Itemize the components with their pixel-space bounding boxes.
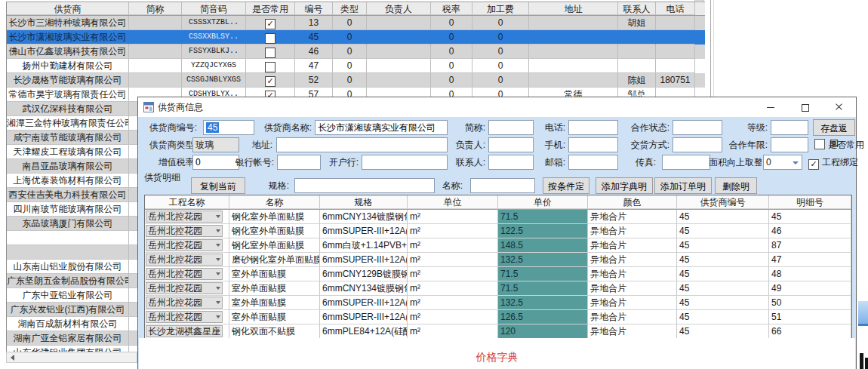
detail-cell-name[interactable]: 钢化室外单面贴膜 (229, 210, 320, 224)
cell-code[interactable]: YZZQJCYXGS (182, 59, 246, 73)
cell-fee[interactable]: 0 (472, 59, 529, 73)
detail-cell-spec[interactable]: 6mmSUPER-III+12A(硅... (320, 310, 408, 324)
cell-contact[interactable] (618, 59, 656, 73)
cell-id[interactable]: 47 (295, 59, 333, 73)
detail-cell-name[interactable]: 磨砂钢化室外单面贴膜 (229, 253, 320, 267)
supplier-row[interactable]: 天津耀皮工程玻璃有限公司 (7, 145, 138, 159)
project-select[interactable]: 长沙龙湖祺鑫星座 (146, 325, 223, 337)
column-header-contact[interactable]: 联系人 (618, 2, 656, 15)
spec-filter-input[interactable] (294, 178, 435, 193)
mobile-input[interactable] (568, 137, 618, 152)
cell-contact[interactable]: 胡姐 (618, 16, 656, 30)
detail-cell-name[interactable]: 室外单面贴膜 (229, 310, 320, 324)
detail-cell-unit[interactable]: m² (408, 210, 498, 224)
add-order-detail-button[interactable]: 添加订单明细 (654, 177, 712, 194)
bank-input[interactable] (362, 155, 448, 170)
detail-cell-color[interactable]: 异地合片 (588, 238, 677, 253)
column-header-id[interactable]: 编号 (295, 2, 333, 15)
scroll-left-icon[interactable] (11, 355, 14, 361)
detail-cell-detail_id[interactable]: 46 (769, 224, 851, 238)
checkbox-icon[interactable] (265, 48, 275, 58)
cell-manager[interactable] (367, 59, 431, 73)
cell-contact[interactable] (618, 45, 656, 59)
supplier-row[interactable]: 扬州中勤建材有限公司YZZQJCYXGS47000 (7, 59, 705, 73)
vat-rate-input[interactable] (192, 155, 239, 170)
detail-row[interactable]: 长沙龙湖祺鑫星座钢化双面不贴膜6mmPLE84+12A(硅酮胶...m²120异… (145, 324, 851, 339)
cell-address[interactable] (529, 73, 618, 88)
detail-cell-detail_id[interactable]: 51 (769, 310, 851, 324)
coop-years-input[interactable] (771, 137, 808, 152)
phone-input[interactable] (568, 120, 618, 135)
bank-account-input[interactable] (277, 155, 321, 170)
cell-supplier[interactable]: 长沙晟格节能玻璃有限公司 (7, 73, 129, 88)
checkbox-icon[interactable]: ✓ (265, 19, 275, 29)
cell-supplier[interactable] (7, 231, 129, 245)
column-header-type[interactable]: 类型 (333, 2, 367, 15)
cell-short_name[interactable] (129, 73, 182, 88)
detail-cell-supplier_id[interactable]: 45 (677, 210, 769, 224)
detail-row[interactable]: 岳州北控花园磨砂钢化室外单面贴膜6mmSUPER-III+12A(硅...m²1… (145, 253, 851, 267)
checkbox-icon[interactable]: ✓ (265, 76, 275, 87)
area-roundup-select[interactable]: 0 (763, 155, 802, 170)
detail-column-header-unit[interactable]: 单位 (408, 195, 498, 209)
cell-supplier[interactable]: 常德市昊宇玻璃有限责任公司 (7, 88, 129, 102)
detail-cell-name[interactable]: 钢化室外单面贴膜 (229, 224, 320, 238)
cell-phone[interactable]: 180751 (656, 73, 695, 88)
detail-cell-name[interactable]: 钢化室外单面贴膜 (229, 238, 320, 253)
detail-row[interactable]: 岳州北控花园钢化室外单面贴膜6mmSUPER-III+12A(硅...m²122… (145, 224, 851, 238)
supplier-row[interactable]: 武汉亿深科技有限公司 (7, 102, 138, 116)
delete-detail-button[interactable]: 删除明细 (715, 177, 757, 194)
detail-column-header-supplier_id[interactable]: 供货商编号 (677, 195, 769, 209)
cell-supplier[interactable]: 西安佳吉美电力科技有限公司 (7, 188, 129, 202)
detail-cell-spec[interactable]: 6mmSUPER-III+12A(硅... (320, 253, 408, 267)
cell-code[interactable]: FSSYXBLKJ.. (182, 45, 246, 59)
project-select[interactable]: 岳州北控花园 (146, 211, 223, 223)
detail-column-header-color[interactable]: 颜色 (588, 195, 677, 209)
cell-tax[interactable]: 0 (431, 59, 472, 73)
cell-type[interactable]: 0 (333, 59, 367, 73)
cell-short_name[interactable] (129, 45, 182, 59)
column-header-fee[interactable]: 加工费 (472, 2, 529, 15)
detail-cell-project[interactable]: 岳州北控花园 (145, 281, 229, 296)
column-header-tax[interactable]: 税率 (431, 2, 472, 15)
column-header-common[interactable]: 是否常用 (246, 2, 295, 15)
supplier-row[interactable]: 咸宁南玻节能玻璃有限公司 (7, 131, 138, 145)
detail-cell-detail_id[interactable]: 87 (769, 238, 851, 253)
locate-button[interactable]: 按条件定位 (543, 177, 589, 194)
detail-cell-spec[interactable]: 6mmCNY134镀膜钢化 (320, 281, 408, 296)
detail-cell-spec[interactable]: 6mm白玻+1.14PVB+6mm... (320, 238, 408, 253)
detail-cell-supplier_id[interactable]: 45 (677, 296, 769, 310)
detail-cell-color[interactable]: 异地合片 (588, 253, 677, 267)
supplier-row[interactable]: 广东坚朗五金制品股份有限公司 (7, 274, 138, 288)
cell-type[interactable]: 0 (333, 30, 367, 45)
detail-cell-unit[interactable]: m² (408, 310, 498, 324)
project-select[interactable]: 岳州北控花园 (146, 268, 223, 280)
supplier-row[interactable]: 广东兴发铝业(江西)有限公司 (7, 303, 138, 317)
address-input[interactable] (276, 137, 448, 152)
cell-phone[interactable] (656, 45, 695, 59)
dialog-titlebar[interactable]: 供货商信息 (138, 97, 856, 117)
cell-type[interactable]: 0 (333, 45, 367, 59)
supplier-row[interactable] (7, 231, 138, 245)
detail-cell-price[interactable]: 126.5 (498, 310, 588, 324)
cell-supplier[interactable]: 扬州中勤建材有限公司 (7, 59, 129, 73)
detail-cell-supplier_id[interactable]: 45 (677, 324, 769, 339)
cell-common[interactable] (246, 45, 295, 59)
detail-row[interactable]: 岳州北控花园室外单面贴膜6mmCNY134镀膜钢化m²71.5异地合片4549 (145, 281, 851, 296)
short-name-input[interactable] (488, 120, 534, 135)
detail-cell-supplier_id[interactable]: 45 (677, 224, 769, 238)
cell-code[interactable]: CSSGJNBLYXGS (182, 73, 246, 88)
cell-id[interactable]: 13 (295, 16, 333, 30)
cell-type[interactable]: 0 (333, 73, 367, 88)
detail-cell-detail_id[interactable]: 45 (769, 210, 851, 224)
supplier-row[interactable]: 东晶玻璃厦门有限公司 (7, 217, 138, 231)
copy-project-button[interactable]: 复制当前工程 (191, 177, 245, 194)
cell-supplier[interactable]: 山东南山铝业股份有限公司 (7, 260, 129, 274)
column-header-supplier[interactable]: 供货商 (7, 2, 129, 15)
close-button[interactable] (822, 97, 856, 117)
detail-cell-detail_id[interactable]: 50 (769, 296, 851, 310)
detail-column-header-detail_id[interactable]: 明细号 (769, 195, 851, 209)
cell-supplier[interactable]: 湖南百成新材料有限公司 (7, 317, 129, 331)
delivery-method-input[interactable] (673, 137, 722, 152)
cell-id[interactable]: 52 (295, 73, 333, 88)
